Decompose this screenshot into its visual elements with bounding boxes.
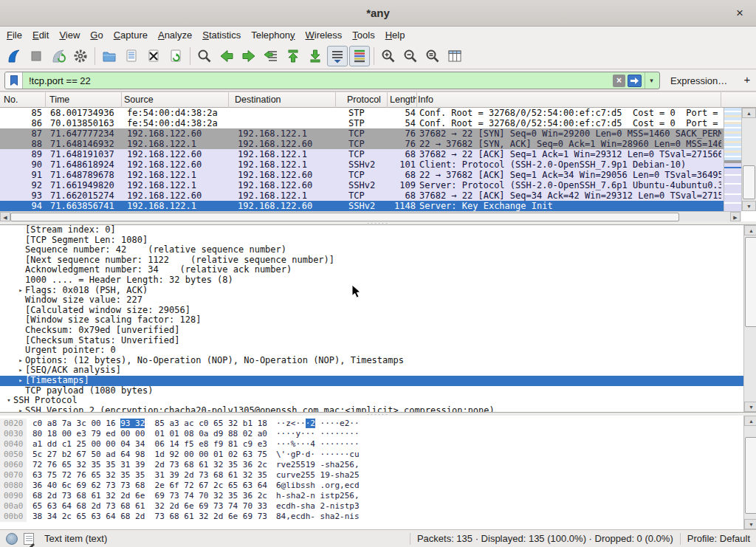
hex-row-00b0[interactable]: 00b038 34 2c 65 63 64 68 2d 73 68 61 32 … xyxy=(0,512,756,522)
detail-line[interactable]: Urgent pointer: 0 xyxy=(0,345,743,356)
filter-dropdown-caret[interactable]: ▾ xyxy=(645,72,658,89)
detail-line[interactable]: 1000 .... = Header Length: 32 bytes (8) xyxy=(0,275,743,286)
menu-edit[interactable]: Edit xyxy=(27,28,54,42)
hex-ascii[interactable]: \'·gP·d· ······cu xyxy=(276,450,360,460)
filter-apply-button[interactable] xyxy=(628,75,642,87)
column-header-protocol[interactable]: Protocol xyxy=(336,92,388,109)
column-header-destination[interactable]: Destination xyxy=(229,92,336,109)
column-header-source[interactable]: Source xyxy=(122,92,229,109)
go-last-button[interactable] xyxy=(305,46,326,66)
detail-line[interactable]: Sequence number: 42 (relative sequence n… xyxy=(0,245,743,255)
hex-bytes[interactable]: 38 34 2c 65 63 64 68 2d 73 68 61 32 2d 6… xyxy=(32,512,267,522)
detail-line[interactable]: ▾SSH Protocol xyxy=(0,396,743,406)
detail-line[interactable]: Acknowledgment number: 34 (relative ack … xyxy=(0,265,743,275)
scrollbar-thumb[interactable] xyxy=(743,165,755,199)
menu-go[interactable]: Go xyxy=(85,28,108,42)
menu-view[interactable]: View xyxy=(54,28,85,42)
filter-clear-button[interactable]: × xyxy=(613,75,625,87)
intelligent-scrollbar-minimap[interactable] xyxy=(724,108,741,211)
auto-scroll-button[interactable] xyxy=(327,46,348,66)
hex-row-00a0[interactable]: 00a065 63 64 68 2d 73 68 61 32 2d 6e 69 … xyxy=(0,501,756,512)
expert-info-icon[interactable] xyxy=(6,533,18,545)
restart-capture-button[interactable] xyxy=(48,46,69,66)
detail-line[interactable]: [Window size scaling factor: 128] xyxy=(0,315,743,326)
close-window-button[interactable]: × xyxy=(732,6,747,21)
expand-down-icon[interactable]: ▾ xyxy=(4,396,13,406)
display-filter-field[interactable]: × ▾ xyxy=(4,72,660,89)
column-header-info[interactable]: Info xyxy=(417,92,721,109)
stop-capture-button[interactable] xyxy=(26,46,47,66)
hex-ascii[interactable]: rve25519 -sha256, xyxy=(276,460,360,470)
packet-row-89[interactable]: 8971.648191037192.168.122.60192.168.122.… xyxy=(0,149,724,159)
start-capture-button[interactable] xyxy=(4,46,24,66)
expression-button[interactable]: Expression… xyxy=(670,75,727,86)
column-header-length[interactable]: Length xyxy=(388,92,417,109)
hex-row-0090[interactable]: 009068 2d 73 68 61 32 2d 6e 69 73 74 70 … xyxy=(0,491,756,501)
detail-line[interactable]: [TCP Segment Len: 1080] xyxy=(0,235,743,246)
detail-line[interactable]: ▸Options: (12 bytes), No-Operation (NOP)… xyxy=(0,356,743,366)
hex-bytes[interactable]: 68 2d 73 68 61 32 2d 6e 69 73 74 70 32 3… xyxy=(32,491,267,501)
packet-row-90[interactable]: 9071.648618924192.168.122.60192.168.122.… xyxy=(0,159,724,170)
hex-row-0070[interactable]: 007063 75 72 76 65 32 35 35 31 39 2d 73 … xyxy=(0,470,756,481)
packet-row-93[interactable]: 9371.662015274192.168.122.60192.168.122.… xyxy=(0,190,724,201)
detail-line[interactable]: [Calculated window size: 29056] xyxy=(0,306,743,316)
hex-row-0020[interactable]: 0020c0 a8 7a 3c 00 16 93 32 85 a3 ac c0 … xyxy=(0,419,756,429)
go-to-packet-button[interactable] xyxy=(261,46,281,66)
colorize-button[interactable] xyxy=(349,46,370,66)
scrollbar-thumb[interactable] xyxy=(745,437,756,514)
scroll-down-icon[interactable]: ▼ xyxy=(744,402,756,412)
packet-row-88[interactable]: 8871.648146932192.168.122.1192.168.122.6… xyxy=(0,139,724,149)
hex-bytes[interactable]: 5c 27 b2 67 50 ad 64 98 1d 92 00 00 01 0… xyxy=(32,450,267,460)
hex-ascii[interactable]: ecdh-sha 2-nistp3 xyxy=(276,501,360,512)
scroll-up-icon[interactable]: ▲ xyxy=(742,108,756,118)
menu-telephony[interactable]: Telephony xyxy=(246,28,300,42)
zoom-out-button[interactable] xyxy=(400,46,421,66)
scroll-up-icon[interactable]: ▲ xyxy=(744,225,756,235)
hex-bytes[interactable]: 36 40 6c 69 62 73 73 68 2e 6f 72 67 2c 6… xyxy=(32,481,267,491)
packet-row-86[interactable]: 8670.013850163fe:54:00:d4:38:2aSTP54Conf… xyxy=(0,118,724,128)
filter-bookmark-button[interactable] xyxy=(5,72,23,89)
hex-bytes[interactable]: 63 75 72 76 65 32 35 35 31 39 2d 73 68 6… xyxy=(32,470,267,481)
packet-list-vscrollbar[interactable]: ▲ ▼ xyxy=(741,108,756,211)
expand-right-icon[interactable]: ▸ xyxy=(16,286,25,296)
packet-row-91[interactable]: 9171.648789678192.168.122.1192.168.122.6… xyxy=(0,170,724,180)
menu-file[interactable]: File xyxy=(1,28,27,42)
capture-options-button[interactable] xyxy=(70,46,91,66)
hex-ascii[interactable]: 6@libssh .org,ecd xyxy=(276,481,360,491)
hex-ascii[interactable]: ··z<···2 ····e2·· xyxy=(276,419,360,429)
close-file-button[interactable] xyxy=(143,46,164,66)
menu-statistics[interactable]: Statistics xyxy=(197,28,246,42)
hex-ascii[interactable]: curve255 19-sha25 xyxy=(276,470,360,481)
packet-row-87[interactable]: 8771.647777234192.168.122.60192.168.122.… xyxy=(0,128,724,139)
open-file-button[interactable] xyxy=(99,46,120,66)
scroll-right-icon[interactable]: ▶ xyxy=(730,212,740,221)
expand-right-icon[interactable]: ▸ xyxy=(16,356,25,366)
bytes-vscrollbar[interactable]: ▲ ▼ xyxy=(743,416,756,529)
packet-row-94[interactable]: 9471.663856741192.168.122.1192.168.122.6… xyxy=(0,201,724,211)
menu-help[interactable]: Help xyxy=(380,28,410,42)
hex-bytes[interactable]: a1 dd c1 25 00 00 04 34 06 14 f5 e8 f9 8… xyxy=(32,439,267,450)
capture-comment-icon[interactable] xyxy=(24,533,34,545)
title-bar[interactable]: *any × xyxy=(0,0,756,27)
detail-line[interactable]: [Stream index: 0] xyxy=(0,225,743,235)
detail-line[interactable]: [Next sequence number: 1122 (relative se… xyxy=(0,255,743,266)
packet-row-92[interactable]: 9271.661949820192.168.122.1192.168.122.6… xyxy=(0,180,724,190)
hex-row-0040[interactable]: 0040a1 dd c1 25 00 00 04 34 06 14 f5 e8 … xyxy=(0,439,756,450)
packet-row-85[interactable]: 8568.001734936fe:54:00:d4:38:2aSTP54Conf… xyxy=(0,108,724,118)
zoom-in-button[interactable] xyxy=(378,46,399,66)
menu-capture[interactable]: Capture xyxy=(109,28,153,42)
status-profile[interactable]: Profile: Default xyxy=(687,533,750,544)
hex-ascii[interactable]: h-sha2-n istp256, xyxy=(276,491,360,501)
detail-line[interactable]: [Checksum Status: Unverified] xyxy=(0,336,743,346)
hex-row-0080[interactable]: 008036 40 6c 69 62 73 73 68 2e 6f 72 67 … xyxy=(0,481,756,491)
detail-line[interactable]: Checksum: 0x79ed [unverified] xyxy=(0,326,743,336)
column-header-no[interactable]: No. xyxy=(0,92,46,109)
expand-right-icon[interactable]: ▸ xyxy=(16,376,25,386)
detail-line[interactable]: ▸Flags: 0x018 (PSH, ACK) xyxy=(0,286,743,296)
resize-columns-button[interactable] xyxy=(444,46,465,66)
hex-ascii[interactable]: 84,ecdh- sha2-nis xyxy=(276,512,360,522)
menu-wireless[interactable]: Wireless xyxy=(300,28,348,42)
scroll-left-icon[interactable]: ◀ xyxy=(0,212,10,221)
go-forward-button[interactable] xyxy=(238,46,259,66)
zoom-100-button[interactable] xyxy=(422,46,443,66)
